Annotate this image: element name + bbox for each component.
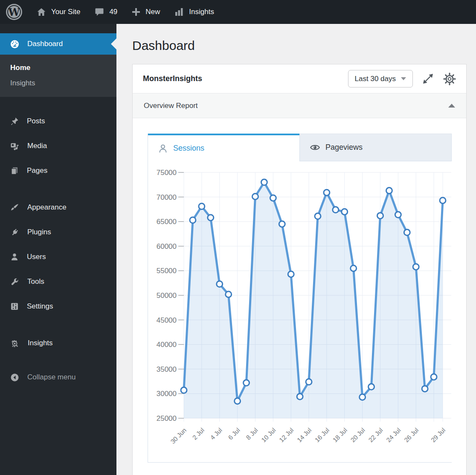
svg-text:50000: 50000 bbox=[157, 291, 177, 300]
svg-text:24 Jul: 24 Jul bbox=[385, 426, 402, 443]
sidebar-item-users[interactable]: Users bbox=[0, 245, 116, 269]
adminbar-comments[interactable]: 49 bbox=[94, 7, 117, 17]
sidebar-item-posts-label: Posts bbox=[27, 117, 45, 125]
overview-report-title: Overview Report bbox=[144, 102, 448, 110]
sidebar-item-pages-label: Pages bbox=[27, 166, 47, 175]
svg-text:2 Jul: 2 Jul bbox=[191, 426, 206, 441]
widget-title: MonsterInsights bbox=[143, 74, 348, 83]
sidebar-item-insights-label: Insights bbox=[28, 339, 53, 347]
widget-settings-button[interactable] bbox=[443, 73, 456, 85]
expand-report-button[interactable] bbox=[422, 73, 434, 85]
menu-group-content: Posts Media Pages bbox=[0, 109, 116, 183]
svg-text:65000: 65000 bbox=[157, 218, 177, 226]
tab-pageviews[interactable]: Pageviews bbox=[299, 134, 451, 161]
adminbar-new-label: New bbox=[145, 8, 160, 16]
chevron-down-icon bbox=[401, 77, 406, 80]
overview-report-header[interactable]: Overview Report bbox=[133, 93, 466, 118]
svg-text:75000: 75000 bbox=[157, 169, 177, 177]
widget-body: Sessions Pageviews 250003000035000400004… bbox=[133, 118, 466, 475]
menu-group-insights: Insights bbox=[0, 331, 116, 356]
svg-text:40000: 40000 bbox=[157, 341, 177, 349]
wrench-icon bbox=[10, 277, 19, 286]
wordpress-logo[interactable]: W bbox=[6, 4, 22, 20]
sidebar-item-plugins-label: Plugins bbox=[27, 228, 51, 236]
svg-text:6 Jul: 6 Jul bbox=[226, 426, 241, 441]
svg-text:45000: 45000 bbox=[157, 316, 177, 324]
gear-icon bbox=[443, 73, 456, 85]
svg-text:8 Jul: 8 Jul bbox=[244, 426, 259, 441]
svg-text:16 Jul: 16 Jul bbox=[313, 426, 331, 443]
menu-group-site: Appearance Plugins Users Tools bbox=[0, 195, 116, 319]
expand-diagonal-icon bbox=[422, 73, 434, 85]
comments-icon bbox=[94, 7, 104, 17]
svg-text:30000: 30000 bbox=[157, 390, 177, 398]
settings-sliders-icon bbox=[10, 302, 19, 311]
adminbar-your-site-label: Your Site bbox=[51, 8, 80, 16]
sessions-line-chart: 2500030000350004000045000500005500060000… bbox=[148, 161, 452, 462]
svg-text:4 Jul: 4 Jul bbox=[209, 426, 223, 441]
sidebar-item-media-label: Media bbox=[27, 142, 47, 150]
tab-sessions[interactable]: Sessions bbox=[148, 134, 299, 161]
widget-header: MonsterInsights Last 30 days bbox=[133, 64, 466, 93]
svg-text:30 Jun: 30 Jun bbox=[169, 426, 188, 445]
monsterinsights-icon bbox=[10, 338, 20, 348]
date-range-dropdown[interactable]: Last 30 days bbox=[348, 70, 413, 87]
svg-text:55000: 55000 bbox=[157, 267, 177, 275]
date-range-label: Last 30 days bbox=[355, 75, 396, 83]
tab-pageviews-label: Pageviews bbox=[325, 143, 363, 152]
submenu-item-insights[interactable]: Insights bbox=[0, 76, 116, 91]
active-item-notch bbox=[111, 38, 116, 50]
sidebar-item-appearance-label: Appearance bbox=[27, 203, 67, 212]
eye-icon bbox=[310, 142, 320, 153]
report-tabs: Sessions Pageviews bbox=[148, 134, 451, 161]
bar-chart-icon bbox=[174, 7, 184, 17]
adminbar-comments-count: 49 bbox=[109, 8, 117, 16]
svg-text:60000: 60000 bbox=[157, 242, 177, 251]
sidebar-item-media[interactable]: Media bbox=[0, 134, 116, 158]
collapse-arrow-icon bbox=[10, 373, 19, 382]
dashboard-gauge-icon bbox=[10, 40, 19, 49]
sidebar-item-tools-label: Tools bbox=[27, 277, 44, 286]
admin-sidebar: Dashboard Home Insights Posts Media bbox=[0, 24, 116, 475]
sidebar-item-insights[interactable]: Insights bbox=[0, 331, 116, 356]
svg-text:35000: 35000 bbox=[157, 365, 177, 373]
submenu-item-home[interactable]: Home bbox=[0, 60, 116, 76]
pushpin-icon bbox=[10, 117, 19, 125]
user-icon bbox=[10, 253, 19, 261]
svg-text:22 Jul: 22 Jul bbox=[367, 426, 384, 443]
collapse-section-icon[interactable] bbox=[448, 104, 455, 108]
person-icon bbox=[158, 143, 168, 154]
sidebar-item-settings[interactable]: Settings bbox=[0, 294, 116, 319]
collapse-menu-button[interactable]: Collapse menu bbox=[0, 365, 116, 390]
adminbar-insights-label: Insights bbox=[189, 8, 214, 16]
svg-text:20 Jul: 20 Jul bbox=[349, 426, 366, 443]
tab-sessions-label: Sessions bbox=[173, 144, 204, 153]
collapse-menu-label: Collapse menu bbox=[27, 373, 75, 382]
svg-text:14 Jul: 14 Jul bbox=[296, 426, 313, 443]
svg-text:29 Jul: 29 Jul bbox=[430, 426, 447, 443]
admin-content: Dashboard MonsterInsights Last 30 days bbox=[116, 24, 476, 475]
svg-text:26 Jul: 26 Jul bbox=[403, 426, 420, 443]
svg-text:25000: 25000 bbox=[157, 414, 177, 423]
adminbar-new[interactable]: New bbox=[131, 7, 160, 17]
media-icon bbox=[10, 142, 19, 151]
svg-text:12 Jul: 12 Jul bbox=[278, 426, 295, 443]
admin-bar: W Your Site 49 New Insights bbox=[0, 0, 476, 24]
plug-icon bbox=[10, 228, 19, 237]
pages-icon bbox=[10, 166, 19, 175]
sidebar-item-posts[interactable]: Posts bbox=[0, 109, 116, 134]
sidebar-item-pages[interactable]: Pages bbox=[0, 158, 116, 183]
paintbrush-icon bbox=[10, 203, 19, 212]
sidebar-item-dashboard-label: Dashboard bbox=[27, 40, 63, 48]
sidebar-item-dashboard[interactable]: Dashboard bbox=[0, 33, 116, 55]
dashboard-submenu: Home Insights bbox=[0, 55, 116, 97]
sidebar-item-plugins[interactable]: Plugins bbox=[0, 220, 116, 245]
svg-text:10 Jul: 10 Jul bbox=[260, 426, 277, 443]
sidebar-item-appearance[interactable]: Appearance bbox=[0, 195, 116, 220]
monsterinsights-widget: MonsterInsights Last 30 days bbox=[132, 64, 467, 475]
adminbar-insights[interactable]: Insights bbox=[174, 7, 214, 17]
svg-text:70000: 70000 bbox=[157, 193, 177, 201]
plus-icon bbox=[131, 7, 141, 17]
adminbar-your-site[interactable]: Your Site bbox=[36, 7, 80, 17]
sidebar-item-tools[interactable]: Tools bbox=[0, 269, 116, 294]
